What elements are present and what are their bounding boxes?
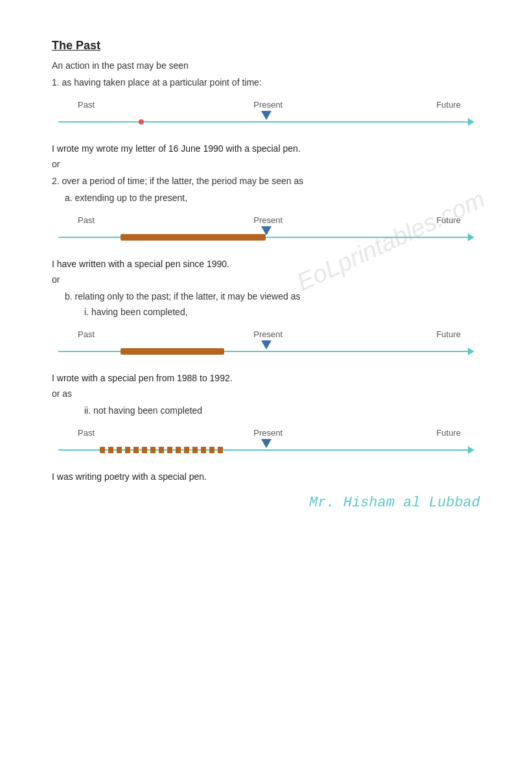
timeline2-present-label: Present <box>253 215 283 225</box>
or-1: or <box>52 159 480 169</box>
section-2b-ii-label: ii. not having been completed <box>84 405 480 416</box>
past-point-dot <box>139 119 144 124</box>
timeline3-present-label: Present <box>253 329 283 339</box>
page-title: The Past <box>52 39 480 53</box>
timeline-2: Past Present Future <box>52 212 480 247</box>
subtitle-text: An action in the past may be seen <box>52 60 480 71</box>
timeline2-future-label: Future <box>436 215 461 225</box>
section-2a-label: a. extending up to the present, <box>65 193 480 203</box>
duration-bar-2 <box>121 234 266 241</box>
present-marker-1 <box>261 111 272 120</box>
timeline-3: Past Present Future <box>52 326 480 361</box>
timeline4-future-label: Future <box>436 428 461 438</box>
duration-bar-3 <box>121 348 224 355</box>
present-marker-3 <box>261 340 272 349</box>
timeline3-past-label: Past <box>78 329 95 339</box>
timeline3-future-label: Future <box>436 329 461 339</box>
section-2b-label: b. relating only to the past; if the lat… <box>65 291 480 302</box>
timeline2-past-label: Past <box>78 215 95 225</box>
dashed-bar-4 <box>100 447 224 453</box>
timeline1-present-label: Present <box>253 100 283 110</box>
section-2-label: 2. over a period of time; if the latter,… <box>52 176 480 186</box>
signature: Mr. Hisham al Lubbad <box>52 495 480 511</box>
present-marker-2 <box>261 226 272 235</box>
or-as-text: or as <box>52 388 480 399</box>
section-2b-i-label: i. having been completed, <box>84 307 480 317</box>
timeline4-past-label: Past <box>78 428 95 438</box>
sentence-2: I have written with a special pen since … <box>52 259 480 269</box>
present-marker-4 <box>261 439 272 448</box>
timeline1-past-label: Past <box>78 100 95 110</box>
timeline-1: Past Present Future <box>52 97 480 132</box>
timeline-4: Past Present Future <box>52 425 480 460</box>
section-1-label: 1. as having taken place at a particular… <box>52 77 480 88</box>
sentence-1: I wrote my wrote my letter of 16 June 19… <box>52 143 480 154</box>
timeline1-future-label: Future <box>436 100 461 110</box>
sentence-3: I wrote with a special pen from 1988 to … <box>52 373 480 383</box>
timeline4-present-label: Present <box>253 428 283 438</box>
sentence-4: I was writing poetry with a special pen. <box>52 471 480 482</box>
or-2: or <box>52 274 480 285</box>
